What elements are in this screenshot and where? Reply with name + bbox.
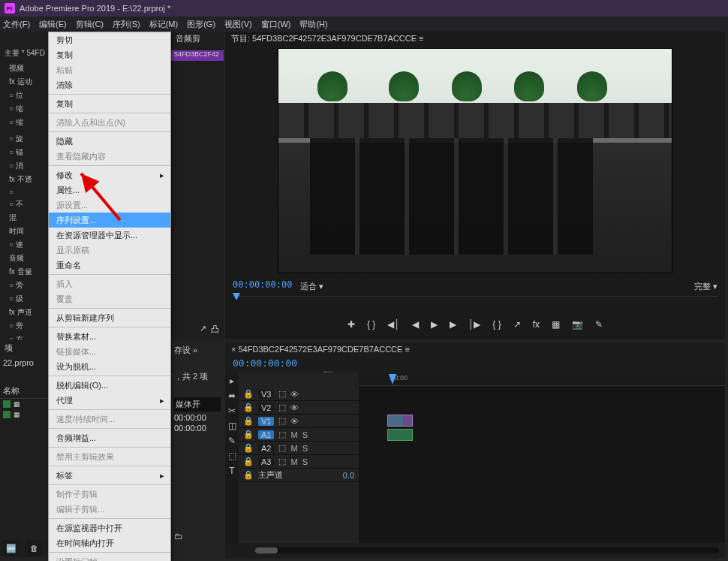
menu-file[interactable]: 文件(F) bbox=[3, 19, 30, 30]
new-folder-icon[interactable]: 🗀 bbox=[174, 532, 221, 541]
track-header[interactable]: 🔒A3⬚M S bbox=[239, 455, 359, 469]
settings-icon[interactable]: ✎ bbox=[595, 319, 603, 330]
menu-graphics[interactable]: 图形(G) bbox=[187, 19, 215, 30]
effect-controls-panel[interactable]: 主要 * 54FD 视频fx 运动○ 位○ 缩○ 缩○ 旋○ 锚○ 消fx 不透… bbox=[0, 47, 48, 339]
fx-property[interactable]: ○ 不 bbox=[5, 198, 44, 211]
fx-button[interactable]: fx bbox=[533, 319, 540, 330]
context-menu-item[interactable]: 复制 bbox=[49, 96, 170, 111]
ripple-tool[interactable]: ⬌ bbox=[228, 391, 236, 401]
menu-window[interactable]: 窗口(W) bbox=[261, 19, 291, 30]
program-scrubber[interactable] bbox=[233, 296, 717, 306]
menu-edit[interactable]: 编辑(E) bbox=[39, 19, 67, 30]
selection-tool[interactable]: ▸ bbox=[230, 376, 234, 386]
context-menu-item[interactable]: 属性... bbox=[49, 182, 170, 198]
program-viewport[interactable] bbox=[278, 48, 672, 273]
slip-tool[interactable]: ◫ bbox=[228, 421, 236, 431]
menubar[interactable]: 文件(F) 编辑(E) 剪辑(C) 序列(S) 标记(M) 图形(G) 视图(V… bbox=[0, 17, 728, 32]
video-clip[interactable] bbox=[387, 415, 413, 427]
fx-property[interactable]: ○ 级 bbox=[5, 292, 44, 306]
context-menu-item[interactable]: 音频增益... bbox=[49, 430, 170, 445]
context-menu-item[interactable]: 标签 bbox=[49, 468, 170, 483]
audio-clip-tab[interactable]: 音频剪 bbox=[176, 33, 200, 44]
resolution-dropdown[interactable]: 完整 ▾ bbox=[694, 281, 717, 292]
trash-button[interactable]: 🗑 bbox=[26, 540, 42, 556]
fx-property[interactable]: 视频 bbox=[5, 62, 44, 75]
timeline-timecode[interactable]: 00:00:00:00 bbox=[225, 356, 725, 370]
context-menu-item[interactable]: 在源监视器中打开 bbox=[49, 520, 170, 535]
safe-margins[interactable]: ▦ bbox=[552, 319, 560, 330]
pen-tool[interactable]: ✎ bbox=[228, 436, 236, 446]
context-menu-item[interactable]: 替换素材... bbox=[49, 329, 170, 344]
frame-fwd[interactable]: ▶ bbox=[450, 319, 456, 330]
project-panel[interactable]: 项 22.prpro 名称 ▦ ▦ bbox=[0, 339, 48, 520]
frame-back[interactable]: ◀ bbox=[412, 319, 419, 330]
context-menu-item[interactable]: 重命名 bbox=[49, 258, 170, 273]
mark-in-out[interactable]: { } bbox=[367, 319, 375, 330]
context-menu-item[interactable]: 代理 bbox=[49, 393, 170, 408]
fx-property[interactable]: ○ 速 bbox=[5, 238, 44, 252]
project-item[interactable]: ▦ bbox=[0, 409, 48, 420]
fx-property[interactable]: fx 音量 bbox=[5, 265, 44, 279]
menu-clip[interactable]: 剪辑(C) bbox=[76, 19, 104, 30]
menu-marker[interactable]: 标记(M) bbox=[149, 19, 179, 30]
context-menu-item[interactable]: 修改 bbox=[49, 167, 170, 182]
context-menu-item[interactable]: 脱机编辑(O)... bbox=[49, 378, 170, 393]
context-menu-item[interactable]: 复制 bbox=[49, 47, 170, 62]
context-menu-item[interactable]: 在资源管理器中显示... bbox=[49, 228, 170, 243]
insert-icon[interactable]: 凸 bbox=[211, 324, 219, 335]
track-header[interactable]: 🔒V3⬚👁 bbox=[239, 388, 359, 401]
step-fwd[interactable]: │▶ bbox=[468, 319, 481, 330]
type-tool[interactable]: T bbox=[229, 466, 234, 476]
fx-property[interactable]: fx 运动 bbox=[5, 75, 44, 89]
fx-property[interactable]: ○ 消 bbox=[5, 159, 44, 173]
timeline-title[interactable]: × 54FD3BC2F42572E3AF979CDE7B7ACCCE ≡ bbox=[225, 342, 725, 356]
context-menu-item[interactable]: 隐藏 bbox=[49, 134, 170, 149]
timeline-ruler[interactable]: :00:00 bbox=[359, 372, 725, 386]
fx-property[interactable]: ○ 左 bbox=[5, 333, 44, 339]
export-frame[interactable]: 📷 bbox=[572, 319, 583, 330]
fx-property[interactable]: ○ bbox=[5, 186, 44, 198]
new-item-button[interactable]: 🆕 bbox=[3, 540, 20, 556]
menu-help[interactable]: 帮助(H) bbox=[299, 19, 327, 30]
fx-property[interactable]: fx 不透 bbox=[5, 173, 44, 186]
context-menu-item[interactable]: 从剪辑新建序列 bbox=[49, 310, 170, 325]
fx-property[interactable]: ○ 旁 bbox=[5, 279, 44, 292]
lift-button[interactable]: ↗ bbox=[513, 319, 521, 330]
menu-sequence[interactable]: 序列(S) bbox=[113, 19, 140, 30]
fx-property[interactable]: ○ 缩 bbox=[5, 116, 44, 129]
master-track[interactable]: 🔒主声道0.0 bbox=[239, 469, 359, 482]
context-menu-item[interactable]: 序列设置... bbox=[49, 213, 170, 228]
timeline-area[interactable]: :00:00 bbox=[359, 372, 725, 543]
source-clip-bar[interactable]: 54FD3BC2F42 bbox=[171, 50, 224, 61]
context-menu-item[interactable]: 剪切 bbox=[49, 32, 170, 47]
fx-property[interactable]: ○ 缩 bbox=[5, 102, 44, 116]
fx-property[interactable]: fx 声道 bbox=[5, 306, 44, 319]
program-timecode[interactable]: 00:00:00:00 bbox=[233, 279, 292, 290]
hand-tool[interactable]: ⬚ bbox=[228, 451, 236, 461]
track-header[interactable]: 🔒A2⬚M S bbox=[239, 442, 359, 455]
project-tab[interactable]: 项 bbox=[0, 339, 48, 357]
add-marker[interactable]: ✚ bbox=[347, 319, 355, 330]
fx-property[interactable]: 混 bbox=[5, 211, 44, 225]
track-header[interactable]: 🔒V2⬚👁 bbox=[239, 401, 359, 415]
track-header[interactable]: 🔒A1⬚M S bbox=[239, 428, 359, 442]
fx-property[interactable]: ○ 位 bbox=[5, 89, 44, 102]
track-header[interactable]: 🔒V1⬚👁 bbox=[239, 415, 359, 428]
audio-clip[interactable] bbox=[387, 429, 413, 441]
play-button[interactable]: ▶ bbox=[431, 319, 438, 330]
fx-property[interactable]: ○ 旋 bbox=[5, 132, 44, 146]
context-menu-item[interactable]: 清除 bbox=[49, 77, 170, 92]
fx-property[interactable]: ○ 锚 bbox=[5, 146, 44, 159]
export-icon[interactable]: ↗ bbox=[200, 324, 206, 335]
fx-property[interactable]: 时间 bbox=[5, 225, 44, 238]
context-menu-item[interactable]: 设为脱机... bbox=[49, 359, 170, 374]
timeline-zoom-scroll[interactable] bbox=[255, 547, 719, 553]
fit-dropdown[interactable]: 适合 ▾ bbox=[300, 281, 323, 292]
mark-in-out[interactable]: { } bbox=[492, 319, 501, 330]
playhead-icon[interactable] bbox=[233, 293, 240, 300]
fx-property[interactable]: 音频 bbox=[5, 252, 44, 265]
context-menu-item[interactable]: 在时间轴内打开 bbox=[49, 535, 170, 550]
fx-property[interactable]: ○ 旁 bbox=[5, 319, 44, 333]
razor-tool[interactable]: ✂ bbox=[228, 406, 236, 416]
project-item[interactable]: ▦ bbox=[0, 399, 48, 409]
